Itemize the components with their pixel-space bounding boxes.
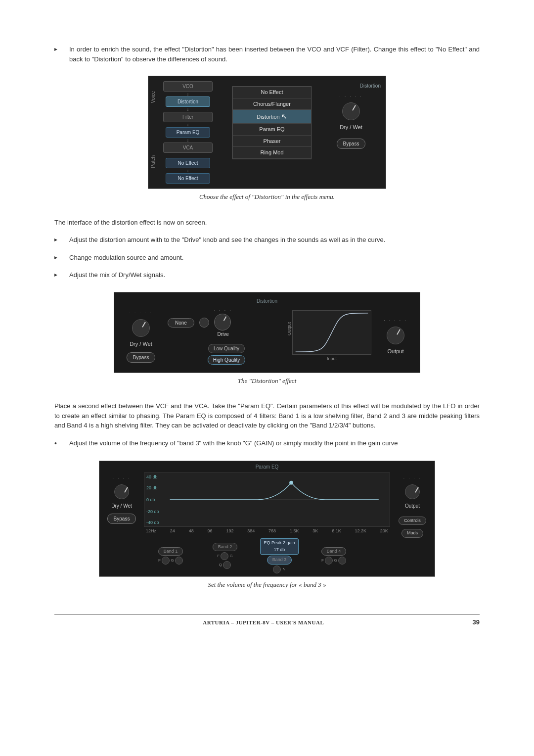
output-label: Output xyxy=(378,347,413,356)
chain-vca: VCA xyxy=(163,142,213,153)
body-text: Change modulation source and amount. xyxy=(69,253,480,263)
mod-source-select[interactable]: None xyxy=(168,318,194,328)
knob-ticks: · · · · · xyxy=(121,310,161,316)
panel-title: Distortion xyxy=(121,297,413,305)
body-text: Adjust the mix of Dry/Wet signals. xyxy=(69,270,480,280)
bullet-marker: ▸ xyxy=(54,45,69,64)
chain-no-effect-2[interactable]: No Effect xyxy=(166,173,210,184)
menu-item-distortion[interactable]: Distortion ↖ xyxy=(233,110,311,124)
knob-ticks: · · · · · xyxy=(378,318,413,324)
body-text: Adjust the volume of the frequency of "b… xyxy=(69,438,480,449)
chain-param-eq[interactable]: Param EQ xyxy=(166,127,210,138)
output-knob[interactable] xyxy=(405,484,420,499)
distortion-curve-display xyxy=(292,310,371,355)
output-label: Output xyxy=(393,502,432,510)
bullet-marker: ▸ xyxy=(54,253,69,263)
high-quality-button[interactable]: High Quality xyxy=(208,355,245,365)
band3-g-knob[interactable] xyxy=(273,566,281,573)
knob-ticks: · · · · · xyxy=(321,94,381,99)
dry-wet-knob[interactable] xyxy=(132,319,150,337)
voice-section-label: Voice xyxy=(149,91,157,103)
eq-frequency-scale: 12Hz2448 96192384 7681.5K3K 6.1K12.2K20K xyxy=(144,527,390,536)
bypass-button[interactable]: Bypass xyxy=(107,514,136,524)
low-quality-button[interactable]: Low Quality xyxy=(208,344,245,353)
patch-section-label: Patch xyxy=(149,155,157,168)
drive-knob[interactable] xyxy=(214,314,231,331)
band1-button[interactable]: Band 1 xyxy=(158,547,183,556)
dry-wet-knob[interactable] xyxy=(114,484,129,499)
bypass-button[interactable]: Bypass xyxy=(127,352,156,363)
bypass-button[interactable]: Bypass xyxy=(337,139,366,149)
body-text: Adjust the distortion amount with to the… xyxy=(69,235,480,245)
band2-button[interactable]: Band 2 xyxy=(213,543,238,552)
band3-button[interactable]: Band 3 xyxy=(267,556,292,565)
cursor-icon: ↖ xyxy=(281,112,287,120)
band2-q-knob[interactable] xyxy=(223,561,231,569)
figure-distortion-effect: Distortion · · · · · Dry / Wet Bypass No… xyxy=(54,292,480,386)
menu-item-chorus[interactable]: Chorus/Flanger xyxy=(233,98,311,110)
panel-title: Distortion xyxy=(321,82,381,90)
dry-wet-label: Dry / Wet xyxy=(102,502,141,510)
menu-item-param-eq[interactable]: Param EQ xyxy=(233,124,311,136)
effects-dropdown-menu[interactable]: No Effect Chorus/Flanger Distortion ↖ Pa… xyxy=(232,86,312,159)
figure-caption: Choose the effect of "Distortion" in the… xyxy=(54,192,480,202)
chain-filter: Filter xyxy=(163,112,213,122)
footer-title: ARTURIA – JUPITER-8V – USER'S MANUAL xyxy=(54,618,473,627)
input-axis-label: Input xyxy=(292,356,371,363)
band4-g-knob[interactable] xyxy=(338,557,346,565)
controls-button[interactable]: Controls xyxy=(399,517,426,525)
dry-wet-knob[interactable] xyxy=(342,102,360,120)
page-footer: ARTURIA – JUPITER-8V – USER'S MANUAL 39 xyxy=(54,614,480,627)
mod-amount-knob[interactable] xyxy=(199,318,209,328)
band1-g-knob[interactable] xyxy=(175,557,183,565)
dry-wet-label: Dry / Wet xyxy=(121,340,161,348)
menu-item-no-effect[interactable]: No Effect xyxy=(233,87,311,98)
chain-vco: VCO xyxy=(163,81,213,92)
cursor-icon: ↖ xyxy=(282,567,286,571)
menu-item-phaser[interactable]: Phaser xyxy=(233,136,311,147)
page-number: 39 xyxy=(473,617,480,627)
bullet-marker: ▸ xyxy=(54,270,69,280)
knob-ticks: · · · · xyxy=(214,308,232,314)
output-knob[interactable] xyxy=(387,327,404,344)
eq-gain-curve[interactable]: 40 db 20 db 0 db -20 db -40 db xyxy=(144,472,390,527)
dry-wet-label: Dry / Wet xyxy=(321,123,381,132)
eq-tooltip: EQ Peak 2 gain 17 db xyxy=(260,538,298,555)
bullet-marker: • xyxy=(54,438,69,449)
knob-ticks: · · · · xyxy=(393,475,432,481)
band4-button[interactable]: Band 4 xyxy=(321,547,347,556)
body-text: In order to enrich the sound, the effect… xyxy=(69,45,480,64)
chain-no-effect-1[interactable]: No Effect xyxy=(166,158,210,168)
drive-label: Drive xyxy=(214,331,232,338)
band1-f-knob[interactable] xyxy=(162,557,170,565)
mods-button[interactable]: Mods xyxy=(401,529,423,538)
figure-caption: Set the volume of the frequency for « ba… xyxy=(54,580,480,590)
bullet-marker: ▸ xyxy=(54,235,69,245)
band3-handle xyxy=(289,480,293,484)
menu-item-ring-mod[interactable]: Ring Mod xyxy=(233,147,311,159)
knob-ticks: · · · · xyxy=(102,475,141,481)
chain-distortion[interactable]: Distortion xyxy=(166,96,210,107)
band2-f-knob[interactable] xyxy=(221,552,228,560)
band4-f-knob[interactable] xyxy=(325,557,333,565)
panel-title: Param EQ xyxy=(99,461,435,472)
figure-effects-menu: Voice VCO ↓ Distortion ↓ Filter ↓ Param … xyxy=(54,76,480,202)
body-text: The interface of the distortion effect i… xyxy=(54,218,480,228)
body-text: Place a second effect between the VCF an… xyxy=(54,401,480,430)
figure-param-eq: Param EQ · · · · Dry / Wet Bypass 40 db … xyxy=(54,461,480,590)
figure-caption: The "Distortion" effect xyxy=(54,376,480,386)
